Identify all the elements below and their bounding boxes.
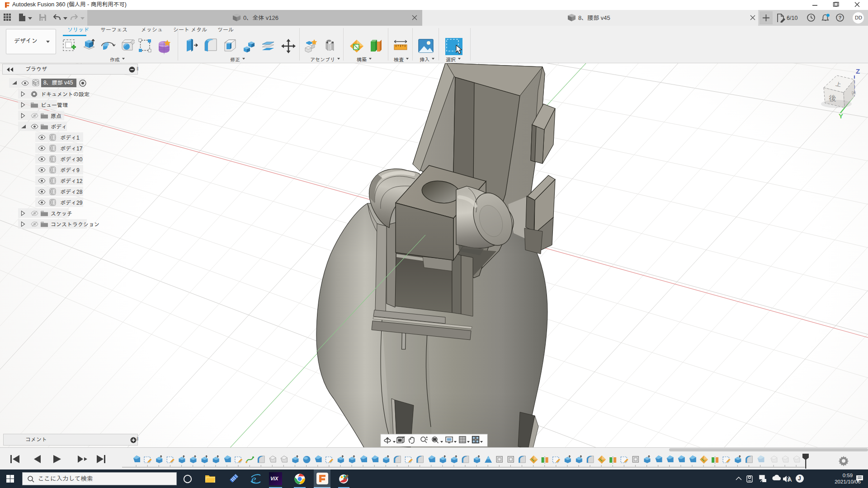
svg-text:上: 上 — [835, 81, 842, 88]
svg-text:Y: Y — [839, 112, 843, 120]
svg-text:A: A — [788, 476, 792, 483]
svg-text:Z: Z — [856, 67, 860, 75]
svg-text:後: 後 — [829, 94, 836, 102]
svg-text:?: ? — [839, 15, 842, 20]
